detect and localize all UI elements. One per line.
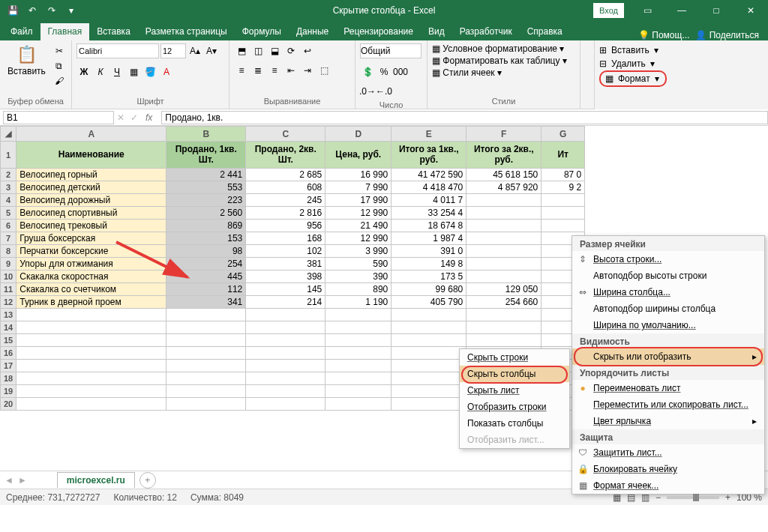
insert-cells-button[interactable]: ⊞ Вставить ▾: [599, 43, 764, 57]
cell[interactable]: 149 8: [392, 258, 466, 270]
cell[interactable]: 890: [326, 283, 392, 296]
menu-format-cells[interactable]: ▦Формат ячеек...: [572, 477, 764, 494]
decrease-decimal-icon[interactable]: ←.0: [376, 84, 392, 99]
cell[interactable]: 445: [166, 270, 246, 283]
cell[interactable]: [542, 194, 585, 207]
cell[interactable]: 4 418 470: [392, 181, 466, 194]
menu-hide-unhide[interactable]: Скрыть или отобразить▸: [572, 348, 764, 365]
cell[interactable]: Велосипед детский: [16, 181, 166, 194]
cell[interactable]: 33 254 4: [392, 207, 466, 220]
cell[interactable]: 254: [166, 258, 246, 270]
cell[interactable]: 4 011 7: [392, 194, 466, 207]
cell[interactable]: 2 560: [166, 207, 246, 220]
cell[interactable]: 21 490: [326, 220, 392, 232]
cell[interactable]: 390: [326, 270, 392, 283]
cell[interactable]: [466, 245, 542, 258]
menu-move-copy[interactable]: Переместить или скопировать лист...: [572, 396, 764, 413]
row-header[interactable]: 7: [1, 232, 16, 245]
cell[interactable]: 223: [166, 194, 246, 207]
row-header[interactable]: 20: [1, 398, 16, 411]
worksheet-area[interactable]: ◢ A B C D E F G 1 Наименование Продано, …: [0, 126, 768, 471]
redo-icon[interactable]: ↷: [44, 2, 60, 19]
align-right-icon[interactable]: ≡: [267, 63, 282, 78]
menu-col-width[interactable]: ⇔Ширина столбца...: [572, 284, 764, 300]
cell[interactable]: 2 685: [246, 169, 326, 181]
cell[interactable]: Перчатки боксерские: [16, 245, 166, 258]
cell[interactable]: 2 816: [246, 207, 326, 220]
fill-color-button[interactable]: 🪣: [142, 64, 158, 79]
cell[interactable]: 168: [246, 232, 326, 245]
tab-review[interactable]: Рецензирование: [336, 23, 421, 40]
cell[interactable]: 1 190: [326, 296, 392, 309]
format-as-table-button[interactable]: ▦ Форматировать как таблицу ▾: [432, 55, 567, 66]
currency-icon[interactable]: 💲: [360, 64, 375, 79]
cell[interactable]: [326, 398, 392, 411]
new-sheet-button[interactable]: +: [140, 472, 156, 489]
header-cell[interactable]: Ит: [542, 142, 585, 169]
row-header[interactable]: 15: [1, 334, 16, 347]
cell[interactable]: [246, 360, 326, 372]
tab-file[interactable]: Файл: [3, 23, 40, 40]
row-header[interactable]: 14: [1, 321, 16, 334]
cell[interactable]: [166, 398, 246, 411]
cell[interactable]: [326, 309, 392, 321]
cell[interactable]: [16, 309, 166, 321]
cell[interactable]: [466, 194, 542, 207]
cell[interactable]: 41 472 590: [392, 169, 466, 181]
increase-decimal-icon[interactable]: .0→: [360, 84, 375, 99]
menu-rename-sheet[interactable]: ●Переименовать лист: [572, 380, 764, 396]
cell[interactable]: 3 990: [326, 245, 392, 258]
cell[interactable]: 608: [246, 181, 326, 194]
tab-data[interactable]: Данные: [289, 23, 336, 40]
menu-autofit-col[interactable]: Автоподбор ширины столбца: [572, 300, 764, 317]
row-header[interactable]: 3: [1, 181, 16, 194]
cell[interactable]: 129 050: [466, 283, 542, 296]
cell[interactable]: 1 987 4: [392, 232, 466, 245]
cell[interactable]: 381: [246, 258, 326, 270]
cell[interactable]: [166, 372, 246, 385]
zoom-slider[interactable]: [667, 496, 719, 499]
cell[interactable]: [466, 258, 542, 270]
increase-font-icon[interactable]: A▴: [188, 43, 202, 58]
login-button[interactable]: Вход: [593, 3, 624, 18]
cell[interactable]: [392, 385, 466, 398]
col-header-G[interactable]: G: [542, 127, 585, 142]
cell[interactable]: [166, 360, 246, 372]
cell[interactable]: 956: [246, 220, 326, 232]
menu-lock-cell[interactable]: 🔒Блокировать ячейку: [572, 461, 764, 477]
undo-icon[interactable]: ↶: [24, 2, 40, 19]
row-header[interactable]: 11: [1, 283, 16, 296]
cell[interactable]: [392, 398, 466, 411]
orientation-icon[interactable]: ⟳: [284, 43, 298, 58]
cell[interactable]: 590: [326, 258, 392, 270]
cell[interactable]: 98: [166, 245, 246, 258]
underline-button[interactable]: Ч: [110, 64, 124, 79]
align-center-icon[interactable]: ≣: [250, 63, 266, 78]
bold-button[interactable]: Ж: [76, 64, 92, 79]
submenu-show-rows[interactable]: Отобразить строки: [460, 399, 569, 415]
cell[interactable]: [246, 334, 326, 347]
indent-decrease-icon[interactable]: ⇤: [284, 63, 298, 78]
cell[interactable]: [542, 207, 585, 220]
format-cells-button[interactable]: ▦ Формат ▾: [599, 70, 667, 87]
menu-row-height[interactable]: ⇕Высота строки...: [572, 251, 764, 267]
cell[interactable]: Груша боксерская: [16, 232, 166, 245]
copy-icon[interactable]: ⧉: [52, 58, 67, 73]
tab-insert[interactable]: Вставка: [89, 23, 138, 40]
cell[interactable]: 869: [166, 220, 246, 232]
cell[interactable]: [16, 360, 166, 372]
col-header-F[interactable]: F: [466, 127, 542, 142]
cell[interactable]: 99 680: [392, 283, 466, 296]
cell[interactable]: [246, 385, 326, 398]
submenu-hide-sheet[interactable]: Скрыть лист: [460, 382, 569, 399]
submenu-hide-cols[interactable]: Скрыть столбцы: [460, 366, 569, 382]
cell[interactable]: 254 660: [466, 296, 542, 309]
header-cell[interactable]: Итого за 1кв., руб.: [392, 142, 466, 169]
cell[interactable]: [166, 309, 246, 321]
cell[interactable]: [246, 372, 326, 385]
row-header[interactable]: 4: [1, 194, 16, 207]
cell[interactable]: [246, 309, 326, 321]
cell[interactable]: [16, 347, 166, 360]
comma-icon[interactable]: 000: [393, 64, 408, 79]
cell[interactable]: [16, 398, 166, 411]
